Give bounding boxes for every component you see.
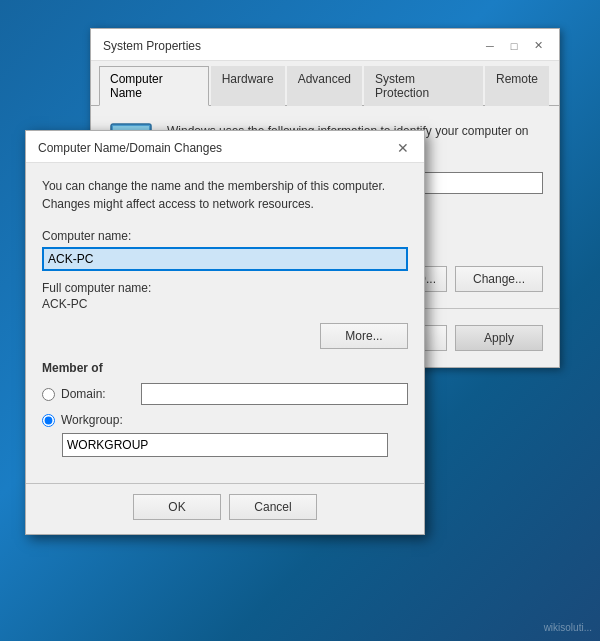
dialog-desc-line2: Changes might affect access to network r… xyxy=(42,197,314,211)
title-buttons: ─ □ ✕ xyxy=(479,35,549,57)
tab-computer-name[interactable]: Computer Name xyxy=(99,66,209,106)
workgroup-radio-row: Workgroup: xyxy=(42,413,408,427)
domain-radio[interactable] xyxy=(42,388,55,401)
dialog-cancel-button[interactable]: Cancel xyxy=(229,494,317,520)
dialog-window: Computer Name/Domain Changes ✕ You can c… xyxy=(25,130,425,535)
system-props-title: System Properties xyxy=(103,39,201,53)
tab-system-protection[interactable]: System Protection xyxy=(364,66,483,106)
more-button[interactable]: More... xyxy=(320,323,408,349)
dialog-bottom: OK Cancel xyxy=(26,483,424,534)
tab-hardware[interactable]: Hardware xyxy=(211,66,285,106)
member-section: Member of Domain: Workgroup: xyxy=(42,361,408,457)
tab-remote[interactable]: Remote xyxy=(485,66,549,106)
workgroup-label: Workgroup: xyxy=(61,413,141,427)
workgroup-input[interactable] xyxy=(62,433,388,457)
tab-bar: Computer Name Hardware Advanced System P… xyxy=(91,61,559,106)
watermark: wikisoluti... xyxy=(544,622,592,633)
tab-advanced[interactable]: Advanced xyxy=(287,66,362,106)
dialog-title: Computer Name/Domain Changes xyxy=(38,141,222,155)
dialog-ok-button[interactable]: OK xyxy=(133,494,221,520)
dialog-titlebar: Computer Name/Domain Changes ✕ xyxy=(26,131,424,163)
change-button[interactable]: Change... xyxy=(455,266,543,292)
full-name-value: ACK-PC xyxy=(42,297,408,311)
dialog-content: You can change the name and the membersh… xyxy=(26,163,424,483)
close-button[interactable]: ✕ xyxy=(527,35,549,57)
computer-name-input[interactable] xyxy=(42,247,408,271)
sys-apply-button[interactable]: Apply xyxy=(455,325,543,351)
member-of-label: Member of xyxy=(42,361,408,375)
minimize-button[interactable]: ─ xyxy=(479,35,501,57)
domain-input[interactable] xyxy=(141,383,408,405)
system-props-titlebar: System Properties ─ □ ✕ xyxy=(91,29,559,61)
full-name-label: Full computer name: xyxy=(42,281,408,295)
more-btn-row: More... xyxy=(42,323,408,349)
workgroup-radio[interactable] xyxy=(42,414,55,427)
domain-label: Domain: xyxy=(61,387,141,401)
maximize-button[interactable]: □ xyxy=(503,35,525,57)
dialog-desc-line1: You can change the name and the membersh… xyxy=(42,179,385,193)
dialog-description: You can change the name and the membersh… xyxy=(42,177,408,213)
dialog-close-button[interactable]: ✕ xyxy=(392,137,414,159)
domain-radio-row: Domain: xyxy=(42,383,408,405)
computer-name-label: Computer name: xyxy=(42,229,408,243)
